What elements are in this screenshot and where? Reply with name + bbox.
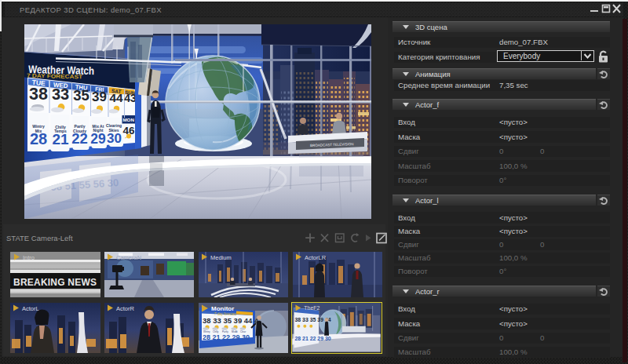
svg-text:43: 43 [124,92,137,104]
svg-text:BREAKING NEWS: BREAKING NEWS [13,277,97,288]
svg-text:28 21 22 29 30: 28 21 22 29 30 [294,336,330,341]
svg-text:MON: MON [122,117,134,122]
svg-text:ActorL: ActorL [22,305,39,312]
svg-text:7 day forecast: 7 day forecast [214,312,237,316]
svg-text:ActorLR: ActorLR [305,253,327,260]
svg-text:28: 28 [30,130,47,147]
svg-text:35: 35 [73,87,89,104]
svg-text:30: 30 [107,131,122,146]
svg-text:28 21 22 29 30: 28 21 22 29 30 [203,333,250,341]
svg-text:44: 44 [109,91,123,104]
svg-text:CameraN: CameraN [116,253,141,260]
svg-text:TheF2: TheF2 [304,305,319,311]
svg-text:Intro: Intro [23,253,35,260]
svg-text:39: 39 [92,89,107,104]
svg-text:38 33 35 39 44 4: 38 33 35 39 44 4 [203,316,259,325]
svg-text:33: 33 [52,86,69,103]
svg-text:38: 38 [29,85,48,104]
svg-text:21: 21 [52,131,69,147]
svg-text:29: 29 [90,131,106,147]
svg-text:ActorR: ActorR [116,305,135,312]
svg-text:22: 22 [71,130,88,147]
svg-text:Medium: Medium [210,253,232,260]
